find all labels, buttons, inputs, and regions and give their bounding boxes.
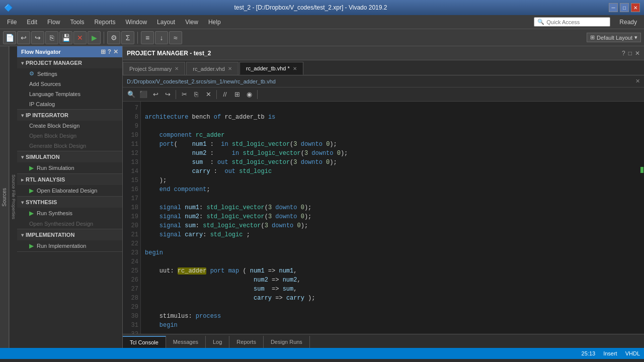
synthesis-header[interactable]: ▾ SYNTHESIS	[17, 197, 122, 208]
ed-delete-button[interactable]: ✕	[203, 89, 214, 100]
nav-icon-2[interactable]: ?	[108, 48, 111, 55]
program-button[interactable]: ↓	[155, 31, 168, 44]
nav-icon-1[interactable]: ⊞	[101, 48, 106, 55]
pm-close-icon[interactable]: ✕	[635, 50, 640, 57]
stop-button[interactable]: ✕	[73, 31, 87, 44]
btab-log[interactable]: Log	[206, 336, 229, 348]
close-button[interactable]: ✕	[631, 3, 640, 12]
btab-tcl-console[interactable]: Tcl Console	[123, 336, 166, 348]
nav-item-run-synthesis[interactable]: ▶ Run Synthesis	[17, 208, 122, 219]
impl-button[interactable]: Σ	[121, 31, 134, 44]
maximize-button[interactable]: □	[620, 3, 629, 12]
nav-header-icons: ⊞ ? ✕	[101, 48, 118, 55]
tab-rc-adder-close[interactable]: ✕	[228, 66, 232, 71]
redo-button[interactable]: ↪	[31, 31, 44, 44]
section-ip-integrator: ▾ IP INTEGRATOR Create Block Design Open…	[17, 110, 122, 151]
tab-project-summary[interactable]: Project Summary ✕	[123, 62, 185, 75]
messages-label: Messages	[173, 339, 198, 345]
menu-edit[interactable]: Edit	[22, 17, 42, 28]
save-button[interactable]: 💾	[59, 31, 72, 44]
editor-tabs: Project Summary ✕ rc_adder.vhd ✕ rc_adde…	[123, 60, 644, 75]
code-editor[interactable]: 7 8 9 10 11 12 13 14 15 16 17 18 19 20 2…	[123, 102, 644, 334]
ed-bookmark-button[interactable]: ⬛	[138, 89, 149, 100]
menu-file[interactable]: File	[2, 17, 22, 28]
copy-button[interactable]: ⎘	[45, 31, 58, 44]
ed-search-button[interactable]: 🔍	[126, 89, 137, 100]
minimize-button[interactable]: ─	[609, 3, 618, 12]
nav-item-create-block-design[interactable]: Create Block Design	[17, 121, 122, 131]
code-area[interactable]: 7 8 9 10 11 12 13 14 15 16 17 18 19 20 2…	[123, 102, 644, 334]
route-button[interactable]: ≡	[141, 31, 154, 44]
menu-reports[interactable]: Reports	[89, 17, 120, 28]
run-synthesis-label: Run Synthesis	[37, 210, 72, 216]
pm-header: PROJECT MANAGER - test_2 ? □ ✕	[123, 46, 644, 60]
menu-view[interactable]: View	[180, 17, 203, 28]
search-input[interactable]	[546, 19, 607, 25]
tab-rc-adder-vhd[interactable]: rc_adder.vhd ✕	[186, 62, 238, 75]
impl-header[interactable]: ▾ IMPLEMENTATION	[17, 229, 122, 240]
nav-item-add-sources[interactable]: Add Sources	[17, 79, 122, 89]
rtl-header[interactable]: ▸ RTL ANALYSIS	[17, 174, 122, 185]
main-area: Sources Source File Properties Flow Navi…	[0, 46, 644, 348]
ed-cut-button[interactable]: ✂	[179, 89, 190, 100]
open-synthesized-label: Open Synthesized Design	[29, 221, 93, 227]
menu-help[interactable]: Help	[203, 17, 226, 28]
pm-restore-icon[interactable]: □	[628, 50, 632, 57]
titlebar: 🔷 test_2 - [D:/Dropbox/V_codes/test_2.xp…	[0, 0, 644, 15]
project-manager-header[interactable]: ▾ PROJECT MANAGER	[17, 57, 122, 68]
syn-label: SYNTHESIS	[26, 199, 57, 205]
nav-item-settings[interactable]: ⚙ Settings	[17, 68, 122, 79]
btab-reports[interactable]: Reports	[229, 336, 264, 348]
ed-copy-button[interactable]: ⎘	[191, 89, 202, 100]
nav-item-run-implementation[interactable]: ▶ Run Implementation	[17, 240, 122, 251]
ed-table-button[interactable]: ⊞	[231, 89, 243, 100]
nav-item-language-templates[interactable]: Language Templates	[17, 89, 122, 99]
synth-button[interactable]: ⚙	[107, 31, 120, 44]
section-implementation: ▾ IMPLEMENTATION ▶ Run Implementation	[17, 229, 122, 252]
nav-item-ip-catalog[interactable]: IP Catalog	[17, 99, 122, 109]
run-syn-icon: ▶	[29, 210, 34, 217]
menu-window[interactable]: Window	[120, 17, 152, 28]
tab-project-summary-close[interactable]: ✕	[175, 66, 179, 71]
tab-rc-adder-tb-close[interactable]: ✕	[293, 66, 297, 71]
ed-separator-3	[257, 90, 258, 99]
layout-selector[interactable]: ⊞ Default Layout ▾	[587, 33, 641, 42]
ip-chevron-icon: ▾	[21, 113, 24, 118]
nav-item-open-block-design: Open Block Design	[17, 131, 122, 141]
pm-label: PROJECT MANAGER	[26, 60, 82, 66]
layout-chevron-icon: ▾	[634, 34, 637, 41]
undo-button[interactable]: ↩	[17, 31, 30, 44]
sim-chevron-icon: ▾	[21, 154, 24, 160]
section-rtl-analysis: ▸ RTL ANALYSIS ▶ Open Elaborated Design	[17, 174, 122, 197]
green-status-indicator	[640, 167, 643, 173]
btab-messages[interactable]: Messages	[166, 336, 206, 348]
nav-close-icon[interactable]: ✕	[113, 48, 118, 55]
run-button[interactable]: ▶	[88, 31, 101, 44]
menu-tools[interactable]: Tools	[65, 17, 89, 28]
filepath-close-icon[interactable]: ✕	[635, 78, 640, 84]
tab-rc-adder-tb-vhd[interactable]: rc_adder_tb.vhd * ✕	[239, 62, 303, 75]
quick-access-search[interactable]: 🔍	[534, 17, 610, 27]
open-block-design-label: Open Block Design	[29, 133, 76, 139]
open-elaborated-label: Open Elaborated Design	[37, 188, 97, 194]
ed-breakpoint-button[interactable]: ◉	[244, 89, 255, 100]
debug-button[interactable]: ≈	[169, 31, 182, 44]
simulation-header[interactable]: ▾ SIMULATION	[17, 151, 122, 162]
pm-help-icon[interactable]: ?	[622, 50, 625, 57]
ed-undo-button[interactable]: ↩	[150, 89, 161, 100]
line-numbers: 7 8 9 10 11 12 13 14 15 16 17 18 19 20 2…	[123, 102, 141, 334]
ip-integrator-header[interactable]: ▾ IP INTEGRATOR	[17, 110, 122, 121]
titlebar-title: test_2 - [D:/Dropbox/V_codes/test_2.xpr]…	[234, 4, 387, 11]
menu-layout[interactable]: Layout	[152, 17, 180, 28]
menu-flow[interactable]: Flow	[42, 17, 65, 28]
ip-catalog-label: IP Catalog	[29, 101, 55, 107]
nav-item-run-simulation[interactable]: ▶ Run Simulation	[17, 162, 122, 173]
ed-redo-button[interactable]: ↪	[162, 89, 173, 100]
ed-comment-button[interactable]: //	[219, 89, 230, 100]
nav-item-open-elaborated-design[interactable]: ▶ Open Elaborated Design	[17, 185, 122, 196]
new-project-button[interactable]: 📄	[3, 31, 16, 44]
file-path-bar: D:/Dropbox/V_codes/test_2.srcs/sim_1/new…	[123, 75, 644, 87]
code-content[interactable]: architecture bench of rc_adder_tb is com…	[141, 102, 644, 334]
menubar: File Edit Flow Tools Reports Window Layo…	[0, 15, 644, 29]
btab-design-runs[interactable]: Design Runs	[264, 336, 310, 348]
